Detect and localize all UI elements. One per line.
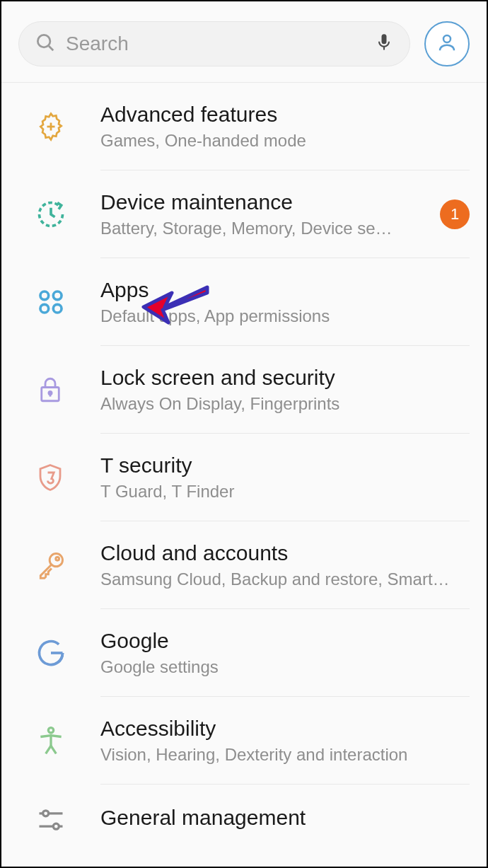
svg-point-18	[43, 811, 49, 816]
item-cloud-accounts[interactable]: Cloud and accounts Samsung Cloud, Backup…	[1, 521, 487, 609]
search-icon	[35, 32, 56, 56]
item-subtitle: Samsung Cloud, Backup and restore, Smart…	[100, 569, 470, 589]
svg-point-15	[56, 557, 59, 560]
device-maintenance-icon	[18, 199, 100, 230]
item-subtitle: T Guard, T Finder	[100, 482, 470, 502]
item-subtitle: Always On Display, Fingerprints	[100, 394, 470, 414]
svg-point-7	[40, 291, 49, 300]
item-title: T security	[100, 453, 470, 478]
svg-point-16	[48, 728, 53, 733]
svg-point-4	[443, 35, 451, 42]
sliders-icon	[18, 804, 100, 835]
svg-point-9	[40, 304, 49, 313]
item-apps[interactable]: Apps Default apps, App permissions	[1, 258, 487, 346]
accessibility-icon	[18, 725, 100, 756]
item-title: Apps	[100, 278, 470, 302]
advanced-features-icon	[18, 111, 100, 142]
item-title: General management	[100, 806, 470, 830]
profile-icon	[436, 32, 458, 56]
item-subtitle: Battery, Storage, Memory, Device se…	[100, 219, 431, 238]
svg-line-1	[49, 46, 53, 50]
item-t-security[interactable]: T security T Guard, T Finder	[1, 434, 487, 521]
item-title: Advanced features	[100, 103, 470, 127]
google-icon	[18, 637, 100, 669]
item-subtitle: Google settings	[100, 657, 470, 677]
svg-point-0	[37, 35, 50, 47]
search-bar[interactable]	[18, 21, 410, 66]
item-google[interactable]: Google Google settings	[1, 609, 487, 697]
settings-screen: Advanced features Games, One-handed mode…	[0, 0, 488, 868]
svg-point-8	[53, 291, 62, 300]
item-subtitle: Games, One-handed mode	[100, 131, 470, 151]
shield-icon	[18, 463, 100, 492]
item-advanced-features[interactable]: Advanced features Games, One-handed mode	[1, 83, 487, 170]
item-accessibility[interactable]: Accessibility Vision, Hearing, Dexterity…	[1, 697, 487, 785]
svg-point-20	[53, 823, 59, 829]
profile-button[interactable]	[424, 21, 470, 66]
item-lock-screen-security[interactable]: Lock screen and security Always On Displ…	[1, 346, 487, 434]
svg-rect-2	[382, 34, 387, 44]
item-title: Cloud and accounts	[100, 541, 470, 565]
item-subtitle: Vision, Hearing, Dexterity and interacti…	[100, 745, 470, 765]
item-device-maintenance[interactable]: Device maintenance Battery, Storage, Mem…	[1, 170, 487, 258]
svg-point-12	[49, 391, 52, 394]
item-subtitle: Default apps, App permissions	[100, 306, 470, 326]
svg-point-10	[53, 304, 62, 313]
notification-badge: 1	[440, 199, 470, 229]
mic-icon[interactable]	[374, 31, 394, 57]
item-title: Lock screen and security	[100, 366, 470, 390]
search-input[interactable]	[66, 33, 364, 55]
item-title: Google	[100, 629, 470, 653]
lock-icon	[18, 375, 100, 405]
apps-icon	[18, 287, 100, 318]
settings-list: Advanced features Games, One-handed mode…	[1, 83, 487, 855]
item-title: Accessibility	[100, 717, 470, 741]
key-icon	[18, 550, 100, 581]
item-title: Device maintenance	[100, 190, 431, 214]
header	[1, 1, 487, 83]
item-general-management[interactable]: General management	[1, 785, 487, 855]
